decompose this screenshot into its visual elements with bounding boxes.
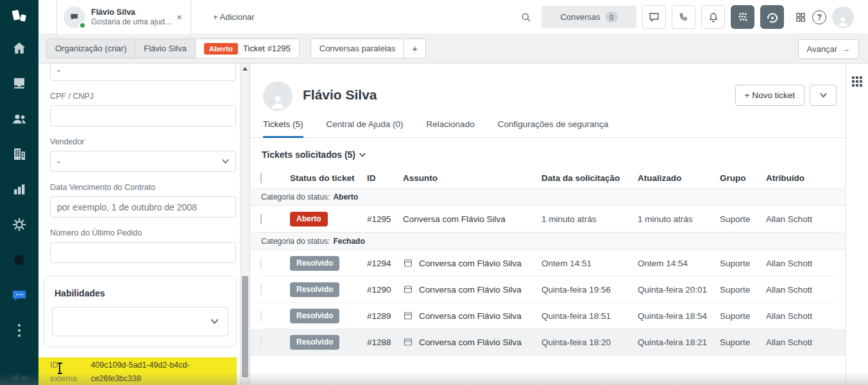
- table-row[interactable]: Aberto #1295 Conversa com Flávio Silva 1…: [260, 206, 835, 232]
- presence-online-dot: [79, 22, 86, 29]
- novo-ticket-button[interactable]: + Novo ticket: [735, 85, 804, 106]
- conversation-tab[interactable]: Flávio Silva Gostaria de uma ajuda e... …: [56, 0, 191, 34]
- apps-panel-toggle-icon[interactable]: [852, 76, 862, 87]
- col-status: Status do ticket: [290, 173, 367, 183]
- select-all-checkbox[interactable]: [260, 173, 262, 184]
- ticket-subject-link[interactable]: Conversa com Flávio Silva: [419, 338, 522, 347]
- phone-button[interactable]: [672, 5, 695, 29]
- help-icon[interactable]: ?: [812, 10, 826, 24]
- scrollbar-thumb[interactable]: [242, 276, 248, 377]
- search-icon[interactable]: [520, 12, 532, 23]
- habilidades-select[interactable]: [52, 307, 228, 336]
- tab-ticket-1295[interactable]: Aberto Ticket #1295: [196, 39, 299, 58]
- table-row[interactable]: Resolvido #1290 Conversa com Flávio Silv…: [260, 277, 835, 303]
- row-checkbox: [260, 258, 262, 269]
- status-group-aberto: Categoria do status: Aberto: [250, 188, 846, 206]
- more-kebab-icon[interactable]: [10, 321, 29, 340]
- table-row[interactable]: Resolvido #1289 Conversa com Flávio Silv…: [260, 303, 835, 329]
- row-checkbox[interactable]: [260, 214, 262, 225]
- status-badge: Resolvido: [290, 282, 339, 297]
- row-checkbox: [260, 337, 262, 348]
- contrato-field[interactable]: [50, 196, 236, 218]
- ticket-tab-strip: Organização (criar) Flávio Silva Aberto …: [38, 34, 868, 64]
- ticket-subject-link[interactable]: Conversa com Flávio Silva: [403, 214, 506, 224]
- tab-central-de-ajuda[interactable]: Central de Ajuda (0): [327, 119, 404, 137]
- partial-top-field[interactable]: [50, 64, 236, 81]
- col-id: ID: [367, 173, 403, 183]
- organizations-icon[interactable]: [10, 144, 29, 164]
- pedido-field[interactable]: [50, 242, 236, 263]
- tab-configuracoes-seguranca[interactable]: Configurações de segurança: [498, 119, 609, 137]
- user-profile-main: Flávio Silva + Novo ticket Tickets (5) C…: [250, 64, 846, 385]
- id-externa-row: ID externa 409c109d-5ad1-49d2-b4cd-ce26f…: [38, 357, 237, 385]
- cpf-cnpj-field[interactable]: [50, 105, 236, 126]
- notifications-bell-button[interactable]: [701, 5, 725, 29]
- app-swoosh-button[interactable]: [760, 5, 784, 29]
- ticket-subject-link[interactable]: Conversa com Flávio Silva: [419, 311, 522, 321]
- apps-rail: [846, 64, 868, 385]
- cpf-cnpj-label: CPF / CNPJ: [50, 92, 236, 101]
- tab-organizacao[interactable]: Organização (criar): [47, 39, 135, 58]
- table-header: Status do ticket ID Assunto Data da soli…: [260, 167, 835, 188]
- id-externa-value: 409c109d-5ad1-49d2-b4cd-ce26fe3bc338: [90, 359, 237, 385]
- zendesk-logo-icon: [0, 366, 38, 382]
- chat-bubble-button[interactable]: [642, 5, 666, 29]
- scroll-up-arrow-icon[interactable]: [243, 67, 248, 71]
- chevron-down-icon: [222, 159, 229, 164]
- avancar-button[interactable]: Avançar →: [798, 39, 859, 59]
- views-icon[interactable]: [10, 74, 29, 93]
- id-externa-label: ID externa: [50, 359, 86, 385]
- tab-tickets[interactable]: Tickets (5): [263, 119, 303, 138]
- tab-conversas-paralelas[interactable]: Conversas paralelas: [311, 39, 405, 58]
- add-tab-button[interactable]: +: [404, 39, 425, 58]
- conversation-subtitle: Gostaria de uma ajuda e...: [91, 17, 173, 27]
- archived-ticket-icon: [403, 284, 413, 295]
- novo-ticket-dropdown-button[interactable]: [810, 85, 837, 106]
- close-icon[interactable]: ×: [173, 10, 185, 24]
- tab-relacionado[interactable]: Relacionado: [427, 119, 475, 137]
- chevron-down-icon: [359, 153, 366, 157]
- habilidades-label: Habilidades: [55, 288, 228, 298]
- col-atualizado: Atualizado: [638, 173, 720, 183]
- app-pattern-button[interactable]: [731, 5, 754, 29]
- ticket-subject-link[interactable]: Conversa com Flávio Silva: [419, 259, 522, 268]
- col-grupo: Grupo: [720, 173, 766, 183]
- panel-scrollbar[interactable]: [240, 64, 250, 385]
- user-details-panel: CPF / CNPJ Vendedor - Data Vencimento do…: [38, 64, 250, 385]
- ticket-subject-link[interactable]: Conversa com Flávio Silva: [419, 285, 522, 295]
- chat-messaging-icon[interactable]: [10, 286, 29, 305]
- row-checkbox: [260, 311, 262, 321]
- conversas-button[interactable]: Conversas 0: [541, 6, 636, 28]
- archived-ticket-icon: [403, 258, 413, 268]
- status-badge: Aberto: [204, 43, 238, 55]
- workspace-logo-icon: [9, 8, 30, 26]
- col-assunto: Assunto: [403, 173, 541, 183]
- tickets-solicitados-toggle[interactable]: Tickets solicitados (5): [262, 150, 835, 160]
- customers-icon[interactable]: [10, 109, 29, 128]
- chevron-down-icon: [820, 93, 827, 98]
- tab-flavio-silva[interactable]: Flávio Silva: [135, 39, 195, 58]
- status-badge: Resolvido: [290, 335, 339, 350]
- reporting-icon[interactable]: [10, 180, 29, 199]
- table-row[interactable]: Resolvido #1288 Conversa com Flávio Silv…: [250, 329, 846, 355]
- pedido-label: Número do Último Pedido: [50, 228, 236, 237]
- vendedor-select[interactable]: -: [50, 151, 236, 172]
- profile-avatar: [263, 81, 293, 111]
- conversation-avatar: [64, 6, 85, 28]
- vendedor-label: Vendedor: [50, 137, 236, 146]
- home-icon[interactable]: [10, 38, 29, 58]
- status-badge: Aberto: [290, 212, 328, 227]
- user-meta: ID externa 409c109d-5ad1-49d2-b4cd-ce26f…: [38, 357, 250, 385]
- status-group-fechado: Categoria do status: Fechado: [250, 232, 846, 250]
- apps-grid-icon[interactable]: [795, 12, 806, 23]
- top-toolbar: Flávio Silva Gostaria de uma ajuda e... …: [38, 0, 868, 34]
- app-sidebar: [0, 0, 38, 385]
- table-row[interactable]: Resolvido #1294 Conversa com Flávio Silv…: [260, 250, 835, 277]
- user-avatar[interactable]: [832, 6, 854, 28]
- conversas-count-badge: 0: [606, 12, 618, 22]
- col-atribuido: Atribuído: [766, 173, 835, 183]
- admin-gear-icon[interactable]: [10, 215, 29, 234]
- add-conversation-button[interactable]: + Adicionar: [204, 0, 264, 34]
- archived-ticket-icon: [403, 311, 413, 321]
- archived-ticket-icon: [403, 337, 413, 347]
